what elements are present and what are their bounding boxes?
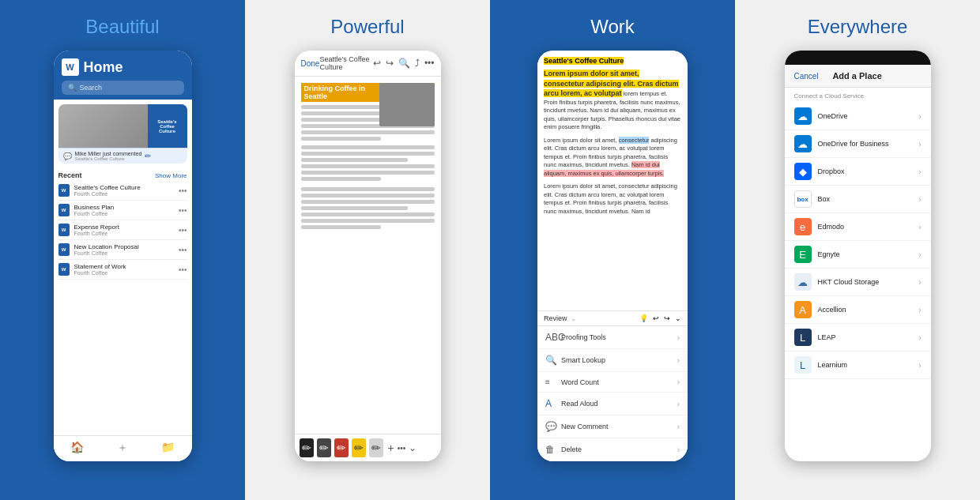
onedrive-biz-icon: ☁ — [794, 135, 812, 152]
file-list: W Seattle's Coffee Culture Fourth Coffee… — [58, 181, 187, 280]
onedrive-icon: ☁ — [794, 107, 812, 125]
file-name-1: Business Plan — [74, 204, 174, 211]
file-info-1: Business Plan Fourth Coffee — [74, 204, 174, 216]
egnyte-icon: E — [794, 246, 812, 263]
file-row-4[interactable]: W Statement of Work Fourth Coffee ••• — [58, 260, 187, 280]
proofing-arrow: › — [677, 333, 680, 342]
service-dropbox[interactable]: ◆ Dropbox › — [785, 158, 931, 186]
review-chevron-down[interactable]: ⌄ — [675, 314, 681, 322]
phone-beautiful: W Home 🔍 Search Seattle'sCoffeeCulture — [54, 51, 192, 461]
hkt-label: HKT Cloud Storage — [818, 278, 919, 286]
more-options-icon[interactable]: ••• — [424, 58, 435, 69]
file-row-1[interactable]: W Business Plan Fourth Coffee ••• — [58, 201, 187, 220]
box-icon: box — [794, 190, 812, 208]
file-row-0[interactable]: W Seattle's Coffee Culture Fourth Coffee… — [58, 181, 187, 201]
file-icon-2: W — [58, 224, 70, 236]
overlay-label: Seattle'sCoffeeCulture — [157, 119, 176, 133]
panel-title-work: Work — [590, 16, 635, 38]
review-icon-3[interactable]: ↪ — [664, 314, 670, 322]
dots-1[interactable]: ••• — [179, 206, 187, 215]
service-hkt[interactable]: ☁ HKT Cloud Storage › — [785, 269, 931, 296]
doc-card-image: Seattle'sCoffeeCulture — [58, 104, 187, 148]
menu-item-delete[interactable]: 🗑 Delete › — [537, 438, 688, 461]
review-chevron[interactable]: ⌄ — [571, 314, 577, 322]
service-egnyte[interactable]: E Egnyte › — [785, 241, 931, 269]
phone4-topbar: Cancel Add a Place — [785, 65, 931, 88]
section-header-recent: Recent Show More — [58, 168, 187, 181]
dots-4[interactable]: ••• — [179, 265, 187, 274]
cancel-button[interactable]: Cancel — [794, 72, 819, 81]
learnium-arrow: › — [918, 361, 921, 370]
chevron-down-icon[interactable]: ⌄ — [409, 442, 416, 453]
file-row-3[interactable]: W New Location Proposal Fourth Coffee ••… — [58, 240, 187, 260]
review-icon-1[interactable]: 💡 — [639, 314, 648, 322]
dots-0[interactable]: ••• — [179, 186, 187, 195]
footer-folder-icon[interactable]: 📁 — [161, 441, 175, 455]
doc-line — [301, 177, 381, 181]
leap-icon: L — [794, 329, 812, 346]
file-name-4: Statement of Work — [74, 263, 174, 270]
doc-line — [301, 171, 435, 175]
phone-powerful: Done Seattle's Coffee Culture ↩ ↪ 🔍 ⤴ ••… — [295, 51, 441, 461]
footer-plus-icon[interactable]: ＋ — [117, 441, 128, 455]
doc-title-topbar: Seattle's Coffee Culture — [319, 55, 372, 71]
dots-3[interactable]: ••• — [179, 246, 187, 254]
share-icon[interactable]: ⤴ — [415, 58, 420, 69]
file-info-2: Expense Report Fourth Coffee — [74, 224, 174, 236]
doc-card-overlay: Seattle'sCoffeeCulture — [148, 104, 187, 148]
tool-pencil-light[interactable]: ✏ — [369, 438, 383, 457]
doc-image — [379, 83, 435, 126]
done-button[interactable]: Done — [301, 59, 320, 68]
show-more-button[interactable]: Show More — [155, 172, 187, 179]
add-place-title: Add a Place — [832, 71, 881, 81]
proofing-icon: ABC — [545, 332, 561, 343]
search-bar[interactable]: 🔍 Search — [62, 81, 184, 95]
service-learnium[interactable]: L Learnium › — [785, 352, 931, 379]
file-sub-2: Fourth Coffee — [74, 231, 174, 236]
tool-pencil-red[interactable]: ✏ — [334, 438, 349, 457]
doc-line — [301, 187, 435, 191]
dots-2[interactable]: ••• — [179, 226, 187, 235]
menu-item-smart-lookup[interactable]: 🔍 Smart Lookup › — [537, 349, 688, 372]
cloud-subtitle: Connect a Cloud Service — [785, 88, 931, 103]
tool-pencil-black[interactable]: ✏ — [300, 438, 314, 457]
file-row-2[interactable]: W Expense Report Fourth Coffee ••• — [58, 220, 187, 240]
footer-home-icon[interactable]: 🏠 — [70, 441, 84, 455]
doc-line — [301, 206, 408, 210]
comment-info: Mike Miller just commented Seattle's Cof… — [75, 151, 142, 161]
egnyte-arrow: › — [918, 250, 921, 259]
service-accellion[interactable]: A Accellion › — [785, 296, 931, 324]
onedrive-arrow: › — [918, 112, 921, 121]
review-icon-2[interactable]: ↩ — [653, 314, 659, 322]
delete-label: Delete — [561, 445, 677, 453]
new-comment-icon: 💬 — [545, 421, 561, 432]
menu-item-new-comment[interactable]: 💬 New Comment › — [537, 415, 688, 438]
panel-title-everywhere: Everywhere — [808, 16, 908, 38]
service-onedrive[interactable]: ☁ OneDrive › — [785, 103, 931, 130]
phone-notch — [785, 51, 931, 65]
recent-label: Recent — [58, 171, 82, 179]
menu-item-read-aloud[interactable]: A Read Aloud › — [537, 393, 688, 415]
more-tool-button[interactable]: ••• — [398, 444, 406, 453]
service-edmodo[interactable]: e Edmodo › — [785, 213, 931, 241]
menu-item-word-count[interactable]: ≡ Word Count › — [537, 372, 688, 393]
undo-icon[interactable]: ↩ — [373, 58, 381, 69]
redo-icon[interactable]: ↪ — [386, 58, 394, 69]
doc-card[interactable]: Seattle'sCoffeeCulture 💬 Mike Miller jus… — [58, 104, 187, 164]
search-doc-icon[interactable]: 🔍 — [398, 58, 410, 69]
phone1-body: Seattle'sCoffeeCulture 💬 Mike Miller jus… — [54, 100, 192, 435]
phone2-toolbar: ✏ ✏ ✏ ✏ ✏ + ••• ⌄ — [295, 434, 441, 461]
panel-everywhere: Everywhere Cancel Add a Place Connect a … — [735, 0, 980, 500]
tool-pencil-dark[interactable]: ✏ — [317, 438, 331, 457]
onedrive-biz-arrow: › — [918, 140, 921, 148]
add-tool-button[interactable]: + — [388, 442, 394, 454]
menu-item-proofing[interactable]: ABC Proofing Tools › — [537, 326, 688, 349]
tool-pencil-yellow[interactable]: ✏ — [352, 438, 366, 457]
doc-paragraph-1: Lorem ipsum dolor sit amet, consectetur … — [544, 69, 681, 132]
service-onedrive-biz[interactable]: ☁ OneDrive for Business › — [785, 130, 931, 158]
service-box[interactable]: box Box › — [785, 186, 931, 213]
file-sub-0: Fourth Coffee — [74, 191, 174, 197]
service-leap[interactable]: L LEAP › — [785, 324, 931, 352]
file-icon-4: W — [58, 263, 70, 276]
dropbox-label: Dropbox — [818, 167, 919, 175]
